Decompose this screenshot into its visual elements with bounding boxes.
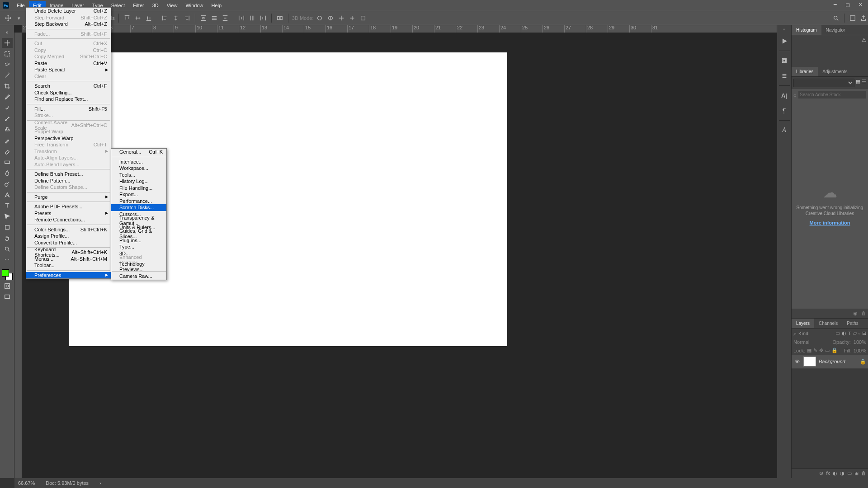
blend-mode-select[interactable]: Normal	[793, 339, 830, 345]
menuitem-camera-raw[interactable]: Camera Raw...	[111, 273, 166, 280]
menuitem-paste-special[interactable]: Paste Special▶	[26, 66, 111, 73]
gradient-tool[interactable]	[2, 157, 13, 167]
menuitem-adobe-pdf-presets[interactable]: Adobe PDF Presets...	[26, 203, 111, 210]
grid-view-icon[interactable]: ▦	[856, 79, 860, 87]
menu-window[interactable]: Window	[181, 1, 207, 10]
status-arrow-icon[interactable]: ›	[99, 480, 101, 486]
more-tools[interactable]: ⋯	[2, 255, 13, 265]
distribute-3-icon[interactable]	[221, 14, 230, 23]
menuitem-define-pattern[interactable]: Define Pattern...	[26, 178, 111, 184]
history-brush-tool[interactable]	[2, 136, 13, 145]
menuitem-scratch-disks[interactable]: Scratch Disks...	[111, 204, 166, 211]
fx-icon[interactable]: fx	[826, 470, 830, 476]
3d-pan-icon[interactable]	[337, 14, 346, 23]
distribute-5-icon[interactable]	[248, 14, 257, 23]
menuitem-interface[interactable]: Interface...	[111, 159, 166, 165]
menuitem-workspace[interactable]: Workspace...	[111, 165, 166, 172]
stamp-tool[interactable]	[2, 125, 13, 135]
list-view-icon[interactable]: ☰	[862, 79, 866, 87]
distribute-2-icon[interactable]	[210, 14, 219, 23]
menuitem-fill[interactable]: Fill...Shift+F5	[26, 106, 111, 113]
library-select[interactable]	[793, 79, 854, 87]
filter-toggle[interactable]: ⊟	[862, 330, 866, 336]
filter-type-icon[interactable]: T	[848, 331, 851, 336]
history-icon[interactable]	[779, 55, 790, 66]
new-layer-icon[interactable]: ⊞	[854, 470, 859, 476]
brush-tool[interactable]	[2, 114, 13, 124]
menuitem-step-backward[interactable]: Step BackwardAlt+Ctrl+Z	[26, 21, 111, 28]
link-layers-icon[interactable]: ⊘	[819, 470, 823, 476]
align-vcenter-icon[interactable]	[133, 14, 142, 23]
3d-scale-icon[interactable]	[359, 14, 368, 23]
lock-all-icon[interactable]: 🔒	[831, 347, 838, 353]
align-top-icon[interactable]	[123, 14, 132, 23]
filter-smart-icon[interactable]: ▫	[859, 331, 860, 336]
tab-layers[interactable]: Layers	[792, 319, 814, 328]
menuitem-presets[interactable]: Presets▶	[26, 210, 111, 217]
tab-channels[interactable]: Channels	[814, 319, 842, 328]
menuitem-toolbar[interactable]: Toolbar...	[26, 262, 111, 269]
auto-align-icon[interactable]	[275, 14, 284, 23]
tab-histogram[interactable]: Histogram	[792, 25, 821, 35]
menuitem-keyboard-shortcuts[interactable]: Keyboard Shortcuts...Alt+Shift+Ctrl+K	[26, 249, 111, 256]
library-search-input[interactable]	[798, 91, 866, 99]
zoom-tool[interactable]	[2, 244, 13, 254]
distribute-6-icon[interactable]	[259, 14, 268, 23]
visibility-icon[interactable]: 👁	[793, 359, 801, 364]
align-left-icon[interactable]	[160, 14, 170, 23]
tab-navigator[interactable]: Navigator	[821, 25, 850, 35]
3d-orbit-icon[interactable]	[315, 14, 324, 23]
align-right-icon[interactable]	[182, 14, 191, 23]
menu-help[interactable]: Help	[208, 1, 226, 10]
opacity-value[interactable]: 100%	[854, 339, 866, 345]
menuitem-undo-delete-layer[interactable]: Undo Delete LayerCtrl+Z	[26, 8, 111, 14]
maximize-button[interactable]: ▢	[842, 0, 854, 9]
menuitem-guides-grid-slices[interactable]: Guides, Grid & Slices...	[111, 230, 166, 237]
minimize-button[interactable]: ━	[829, 0, 841, 9]
lock-move-icon[interactable]: ✥	[819, 347, 823, 353]
menu-filter[interactable]: Filter	[129, 1, 148, 10]
character-icon[interactable]: A|	[779, 89, 790, 101]
menuitem-search[interactable]: SearchCtrl+F	[26, 83, 111, 89]
menuitem-tools[interactable]: Tools...	[111, 172, 166, 178]
move-tool-icon[interactable]	[4, 14, 13, 23]
search-icon[interactable]	[831, 14, 840, 23]
menuitem-file-handling[interactable]: File Handling...	[111, 185, 166, 192]
pen-tool[interactable]	[2, 190, 13, 200]
dropdown-icon[interactable]: ▾	[14, 14, 24, 23]
align-bottom-icon[interactable]	[144, 14, 153, 23]
properties-icon[interactable]	[779, 70, 790, 82]
mask-icon[interactable]: ◐	[833, 470, 837, 476]
3d-roll-icon[interactable]	[326, 14, 335, 23]
zoom-level[interactable]: 66.67%	[18, 480, 35, 486]
distribute-4-icon[interactable]	[237, 14, 246, 23]
lock-artboard-icon[interactable]: ▭	[825, 347, 830, 353]
menu-view[interactable]: View	[163, 1, 182, 10]
quick-layout-icon[interactable]	[848, 14, 857, 23]
menuitem-find-and-replace-text[interactable]: Find and Replace Text...	[26, 96, 111, 103]
menuitem-technology-previews[interactable]: Technology Previews...	[111, 263, 166, 270]
lock-pixels-icon[interactable]: ▦	[807, 347, 811, 353]
layer-background[interactable]: 👁 Background 🔒	[792, 355, 868, 369]
hand-tool[interactable]	[2, 233, 13, 243]
menuitem-performance[interactable]: Performance...	[111, 198, 166, 205]
lock-icon[interactable]: 🔒	[860, 359, 866, 365]
tab-libraries[interactable]: Libraries	[792, 67, 818, 76]
menuitem-general[interactable]: General...Ctrl+K	[111, 149, 166, 155]
move-tool[interactable]	[2, 38, 13, 48]
tab-adjustments[interactable]: Adjustments	[818, 67, 852, 76]
shape-tool[interactable]	[2, 222, 13, 232]
adjustment-icon[interactable]: ◑	[840, 470, 844, 476]
fill-value[interactable]: 100%	[854, 348, 866, 353]
share-icon[interactable]	[859, 14, 868, 23]
wand-tool[interactable]	[2, 70, 13, 80]
quickmask-tool[interactable]	[2, 281, 13, 291]
more-information-link[interactable]: More information	[810, 220, 850, 225]
screenmode-tool[interactable]	[2, 292, 13, 302]
marquee-tool[interactable]	[2, 49, 13, 59]
align-hcenter-icon[interactable]	[171, 14, 180, 23]
trash-icon[interactable]: 🗑	[861, 310, 866, 316]
distribute-1-icon[interactable]	[199, 14, 208, 23]
menuitem-purge[interactable]: Purge▶	[26, 194, 111, 201]
menuitem-preferences[interactable]: Preferences▶	[26, 272, 111, 279]
